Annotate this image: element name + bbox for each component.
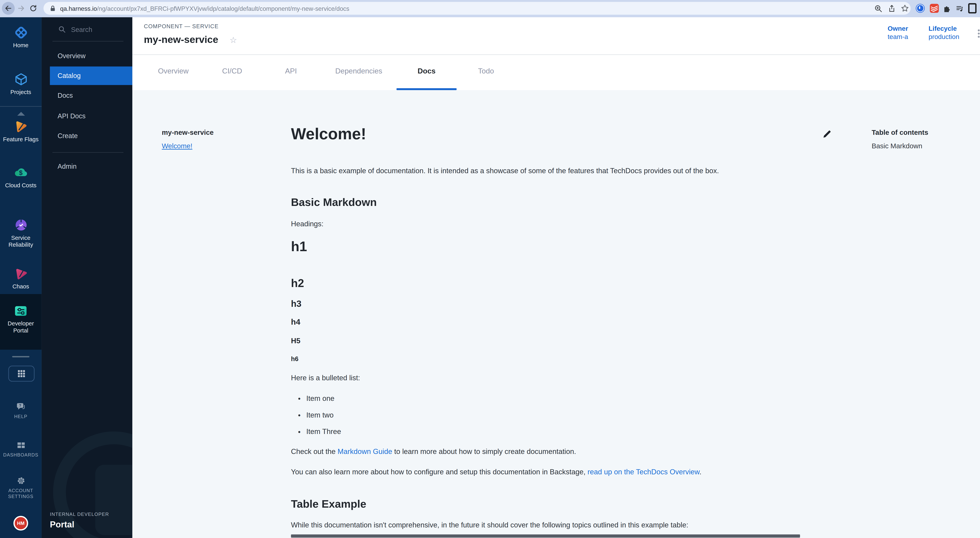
sample-h6: h6 <box>291 355 299 362</box>
toc-item-basic-markdown[interactable]: Basic Markdown <box>872 142 922 149</box>
sidebar-collapse-button[interactable] <box>0 112 41 116</box>
zoom-page-button[interactable] <box>872 3 884 14</box>
dashboards-icon <box>16 440 26 450</box>
page-title: my-new-service <box>144 34 218 46</box>
docs-nav-link-welcome[interactable]: Welcome! <box>162 142 192 149</box>
list-item: •Item Three <box>298 428 341 435</box>
extension-1password-button[interactable] <box>915 3 926 14</box>
sidebar-item-dashboards[interactable]: DASHBOARDS <box>0 440 41 458</box>
sidebar-item-label: Feature Flags <box>0 136 41 143</box>
browser-forward-button[interactable] <box>15 2 27 15</box>
list-intro: Here is a bulleted list: <box>291 374 360 382</box>
url-path: /ng/account/px7xd_BFRCi-pfWPYXVjvw/idp/c… <box>97 5 349 12</box>
search-input[interactable]: Search <box>58 22 92 37</box>
active-tab-indicator <box>396 88 457 90</box>
decorative-shape <box>95 465 132 535</box>
feature-flags-icon <box>13 119 29 134</box>
tab-docs[interactable]: Docs <box>417 67 436 75</box>
sample-h4: h4 <box>291 318 301 327</box>
tab-cicd[interactable]: CI/CD <box>222 67 242 75</box>
primary-sidebar: Home Projects Feature Flags $ Cloud Cost… <box>0 17 41 538</box>
sidebar-item-service-reliability[interactable]: Service Reliability <box>0 217 41 249</box>
sidebar-item-label: Home <box>0 42 41 49</box>
service-reliability-icon <box>13 217 29 233</box>
developer-portal-icon <box>13 304 29 318</box>
grid-icon <box>18 370 25 377</box>
docs-nav-title: my-new-service <box>162 129 213 136</box>
tab-todo[interactable]: Todo <box>478 67 494 75</box>
list-item: •Item one <box>298 394 334 402</box>
sidebar-item-label: Cloud Costs <box>0 182 41 189</box>
sidebar-item-feature-flags[interactable]: Feature Flags <box>0 119 41 143</box>
extension-playlist-button[interactable] <box>953 3 965 14</box>
url-host: qa.harness.io <box>60 5 97 12</box>
extension-sidebar-button[interactable] <box>966 3 978 14</box>
browser-window: qa.harness.io/ng/account/px7xd_BFRCi-pfW… <box>0 0 980 538</box>
entity-kind: COMPONENT — SERVICE <box>144 23 218 29</box>
table-intro: While this documentation isn't comprehen… <box>291 521 688 528</box>
extension-todoist-button[interactable] <box>929 3 940 14</box>
home-harness-icon <box>13 25 29 40</box>
sidebar-item-label: Chaos <box>0 283 41 290</box>
browser-profile-button[interactable] <box>979 3 980 14</box>
markdown-guide-link[interactable]: Markdown Guide <box>337 448 392 455</box>
tab-dependencies[interactable]: Dependencies <box>335 67 382 75</box>
sidenav-item-catalog[interactable]: Catalog <box>50 67 132 85</box>
sidenav-item-create[interactable]: Create <box>41 126 132 145</box>
browser-back-button[interactable] <box>2 2 15 15</box>
user-avatar[interactable]: HM <box>14 516 28 530</box>
screenshot-root: qa.harness.io/ng/account/px7xd_BFRCi-pfW… <box>0 0 980 538</box>
sidenav-item-overview[interactable]: Overview <box>41 47 132 65</box>
techdocs-overview-link[interactable]: read up on the TechDocs Overview <box>587 468 699 476</box>
share-icon <box>887 4 896 12</box>
module-switcher-button[interactable] <box>8 366 35 382</box>
portal-eyebrow: INTERNAL DEVELOPER <box>50 511 109 517</box>
sidebar-item-help[interactable]: ? HELP <box>0 402 41 420</box>
list-item-text: Item one <box>306 394 334 402</box>
chaos-icon <box>13 266 29 281</box>
sample-h2: h2 <box>291 277 304 290</box>
portal-title: Portal <box>50 520 74 529</box>
sidebar-item-chaos[interactable]: Chaos <box>0 266 41 290</box>
owner-value-link[interactable]: team-a <box>888 33 908 40</box>
sidebar-item-label: ACCOUNT SETTINGS <box>0 488 41 500</box>
sidebar-divider <box>0 106 41 107</box>
section-table-example: Table Example <box>291 498 366 511</box>
guide-paragraph: Check out the Markdown Guide to learn mo… <box>291 448 576 455</box>
rectangle-icon <box>968 3 976 13</box>
sidebar-item-developer-portal[interactable]: Developer Portal <box>0 304 41 334</box>
list-item-text: Item two <box>306 411 334 419</box>
entity-menu-button[interactable] <box>978 29 980 38</box>
puzzle-icon <box>942 4 951 12</box>
search-icon <box>58 26 66 33</box>
bookmark-star-button[interactable] <box>899 3 911 14</box>
1password-icon <box>916 4 925 13</box>
sidenav-item-docs[interactable]: Docs <box>41 86 132 105</box>
favorite-star-button[interactable]: ☆ <box>229 35 237 44</box>
secondary-sidebar: Search Overview Catalog Docs API Docs Cr… <box>41 17 132 538</box>
sidebar-item-cloud-costs[interactable]: $ Cloud Costs <box>0 165 41 189</box>
browser-reload-button[interactable] <box>27 2 40 15</box>
star-icon <box>900 4 910 13</box>
docs-content: my-new-service Welcome! Table of content… <box>132 90 980 538</box>
tab-api[interactable]: API <box>285 67 297 75</box>
sidebar-item-home[interactable]: Home <box>0 25 41 49</box>
guide-post: to learn more about how to simply create… <box>392 448 576 455</box>
sidebar-resize-handle[interactable] <box>12 356 29 357</box>
tab-overview[interactable]: Overview <box>158 67 189 75</box>
owner-meta: Owner team-a <box>888 25 908 40</box>
share-button[interactable] <box>886 3 897 14</box>
extensions-menu-button[interactable] <box>941 3 952 14</box>
sidebar-item-projects[interactable]: Projects <box>0 71 41 96</box>
edit-pencil-button[interactable] <box>822 129 832 139</box>
address-bar[interactable]: qa.harness.io/ng/account/px7xd_BFRCi-pfW… <box>43 2 911 15</box>
todoist-icon <box>930 4 939 13</box>
config-pre: You can also learn more about how to con… <box>291 468 588 476</box>
sidebar-item-account-settings[interactable]: ACCOUNT SETTINGS <box>0 476 41 500</box>
table-header-top-edge <box>291 535 800 538</box>
article-intro: This is a basic example of documentation… <box>291 167 719 175</box>
url-text: qa.harness.io/ng/account/px7xd_BFRCi-pfW… <box>60 5 349 12</box>
sidenav-item-api-docs[interactable]: API Docs <box>41 106 132 125</box>
sidenav-item-admin[interactable]: Admin <box>41 157 132 176</box>
sample-h1: h1 <box>291 239 307 255</box>
